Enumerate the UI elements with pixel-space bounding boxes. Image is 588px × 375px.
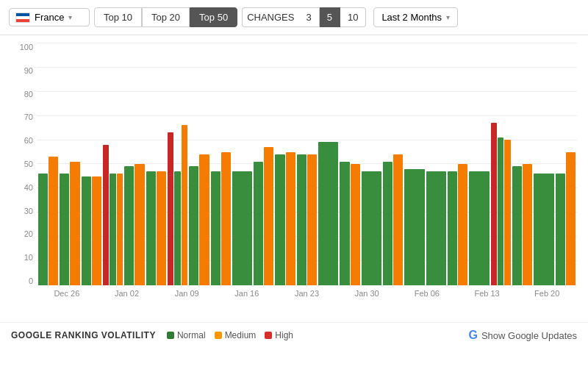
y-label: 50 — [11, 160, 33, 168]
bar-green — [340, 162, 349, 285]
top-btn-top-20[interactable]: Top 20 — [142, 7, 190, 27]
bar-green — [232, 171, 252, 285]
bar-group — [124, 164, 144, 285]
legend-color — [265, 332, 272, 339]
chart-inner — [37, 43, 577, 285]
changes-btn-3[interactable]: 3 — [298, 7, 319, 27]
changes-btn-group: 3510 — [298, 7, 366, 27]
toolbar: France ▾ Top 10Top 20Top 50 CHANGES 3510… — [0, 0, 588, 35]
bar-orange — [92, 176, 101, 286]
bar-group — [556, 152, 576, 286]
legend-label: High — [275, 330, 293, 340]
changes-btn-10[interactable]: 10 — [340, 7, 366, 27]
bar-orange — [199, 154, 209, 285]
legend-label: Normal — [177, 330, 206, 340]
bar-green — [275, 154, 284, 285]
legend: NormalMediumHigh — [167, 330, 293, 340]
bar-green — [498, 138, 503, 285]
legend-color — [215, 332, 222, 339]
bar-green — [254, 162, 263, 285]
y-label: 90 — [11, 66, 33, 75]
y-label: 0 — [11, 276, 33, 285]
bar-orange — [157, 171, 166, 285]
bar-green — [534, 174, 553, 285]
bar-orange — [135, 164, 144, 285]
country-label: France — [35, 12, 64, 23]
bar-group — [340, 162, 359, 285]
bar-green — [404, 169, 424, 285]
show-google-updates[interactable]: G Show Google Updates — [468, 329, 577, 342]
bar-green — [383, 162, 392, 285]
x-label: Dec 26 — [37, 289, 97, 298]
x-label: Feb 20 — [517, 289, 577, 298]
bar-orange — [264, 147, 273, 285]
legend-label: Medium — [225, 330, 257, 340]
bar-green — [146, 171, 156, 285]
france-flag — [15, 12, 30, 23]
chevron-down-icon: ▾ — [68, 13, 72, 21]
bar-group — [38, 157, 58, 285]
y-label: 10 — [11, 253, 33, 262]
bar-orange — [523, 164, 532, 285]
bar-group — [469, 171, 489, 285]
bar-orange — [504, 140, 510, 285]
bar-green — [512, 166, 522, 285]
legend-item-high: High — [265, 330, 293, 340]
country-selector[interactable]: France ▾ — [9, 8, 90, 26]
bar-orange — [307, 154, 317, 285]
chart-area: 1009080706050403020100 Dec 26Jan 02Jan 0… — [0, 35, 588, 322]
bar-group — [318, 142, 338, 285]
bar-group — [168, 125, 187, 285]
g-logo-icon: G — [468, 329, 477, 342]
y-label: 80 — [11, 90, 33, 99]
bar-group — [232, 171, 252, 285]
bar-group — [491, 123, 511, 285]
chevron-down-icon: ▾ — [446, 13, 450, 21]
y-label: 40 — [11, 183, 33, 192]
bar-green — [124, 166, 134, 285]
bar-orange — [458, 164, 467, 285]
date-range-selector[interactable]: Last 2 Months ▾ — [373, 7, 458, 27]
bar-green — [60, 174, 69, 285]
bar-orange — [286, 152, 295, 286]
top-btn-top-50[interactable]: Top 50 — [190, 7, 237, 27]
bar-group — [362, 171, 381, 285]
y-label: 100 — [11, 43, 33, 51]
bar-green — [82, 176, 91, 286]
bar-orange — [221, 152, 231, 286]
x-label: Feb 13 — [457, 289, 517, 298]
bar-green — [174, 171, 180, 285]
changes-btn-5[interactable]: 5 — [320, 7, 340, 27]
legend-item-medium: Medium — [215, 330, 257, 340]
x-label: Jan 23 — [277, 289, 337, 298]
bar-group — [103, 145, 123, 285]
footer-left: GOOGLE RANKING VOLATILITY NormalMediumHi… — [11, 330, 468, 340]
bar-orange — [182, 125, 187, 285]
bar-green — [110, 174, 115, 285]
bar-orange — [393, 154, 403, 285]
bar-red — [491, 123, 497, 285]
top-btn-group: Top 10Top 20Top 50 — [94, 7, 237, 27]
y-label: 60 — [11, 136, 33, 145]
bar-group — [404, 169, 424, 285]
bar-group — [189, 154, 209, 285]
bar-group — [254, 147, 273, 285]
bar-orange — [49, 157, 58, 285]
x-label: Jan 02 — [97, 289, 157, 298]
legend-item-normal: Normal — [167, 330, 206, 340]
bar-group — [275, 152, 295, 286]
bar-green — [189, 166, 198, 285]
bar-group — [426, 171, 446, 285]
x-axis: Dec 26Jan 02Jan 09Jan 16Jan 23Jan 30Feb … — [37, 285, 577, 298]
top-btn-top-10[interactable]: Top 10 — [94, 7, 142, 27]
bar-orange — [70, 162, 79, 285]
bar-green — [448, 171, 457, 285]
bar-group — [297, 154, 317, 285]
bar-green — [297, 154, 306, 285]
y-label: 20 — [11, 229, 33, 238]
bar-red — [168, 132, 173, 285]
bar-orange — [117, 174, 123, 285]
x-label: Jan 30 — [337, 289, 397, 298]
bar-group — [512, 164, 532, 285]
bar-green — [362, 171, 381, 285]
